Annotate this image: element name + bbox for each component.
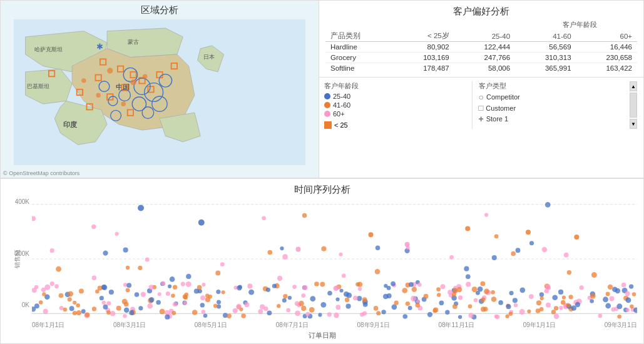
scatter-dot xyxy=(138,266,142,270)
scatter-dot xyxy=(266,288,270,292)
scatter-dot xyxy=(408,306,412,310)
scatter-dot xyxy=(363,302,368,307)
ts-x-axis xyxy=(32,328,637,331)
svg-point-29 xyxy=(143,74,147,79)
scatter-dot xyxy=(391,281,396,286)
scatter-dot xyxy=(192,310,198,315)
scatter-dot xyxy=(305,312,310,316)
age-group-header: 客户年龄段 xyxy=(325,20,637,29)
scatter-dot xyxy=(81,309,86,313)
table-section: 客户年龄段 产品类别 < 25岁 25-40 41-60 60+ Hardlin… xyxy=(319,20,643,73)
scatter-dot xyxy=(458,315,462,319)
scatter-dot xyxy=(464,266,469,271)
scatter-dot xyxy=(310,296,315,301)
scatter-dot xyxy=(302,285,307,290)
scatter-dot xyxy=(452,304,457,309)
table-row: Grocery 103,169 247,766 310,313 230,658 xyxy=(325,53,637,63)
scatter-dot xyxy=(552,295,558,300)
scatter-dot xyxy=(173,285,177,290)
scatter-dot xyxy=(358,287,362,291)
ts-title: 时间序列分析 xyxy=(7,184,637,196)
y-axis-label: 销售额 xyxy=(13,250,22,268)
scatter-dot xyxy=(484,289,489,295)
scatter-dot xyxy=(603,296,608,302)
scatter-dot xyxy=(445,310,449,315)
scatter-dot xyxy=(69,306,74,311)
svg-point-31 xyxy=(96,93,100,97)
scatter-dot xyxy=(216,290,220,294)
scatter-dot xyxy=(171,311,176,315)
scatter-dot xyxy=(126,288,130,293)
scatter-dot xyxy=(540,296,544,300)
scatter-dot xyxy=(186,281,192,287)
scatter-dot xyxy=(625,291,630,296)
scatter-dot xyxy=(626,308,630,311)
scatter-dot xyxy=(247,283,252,288)
r2540-cell: 247,766 xyxy=(454,53,515,63)
scatter-dot-outlier xyxy=(574,235,579,240)
scatter-dot xyxy=(339,253,342,256)
legend-item-2540: 25-40 xyxy=(324,93,472,100)
legend-item-competitor: ○ Competitor xyxy=(479,93,626,101)
scatter-dot xyxy=(433,307,438,312)
col-category: 产品类别 xyxy=(325,31,393,42)
customer-type-list: ○ Competitor □ Customer + Store 1 xyxy=(479,93,626,124)
scatter-dot xyxy=(494,235,499,239)
table-row: Softline 178,487 58,006 365,991 163,422 xyxy=(325,63,637,74)
scroll-buttons: ▲ ▼ xyxy=(630,81,637,129)
scatter-dot xyxy=(292,285,297,289)
lt25-cell: 80,902 xyxy=(393,42,454,53)
r2540-cell: 122,444 xyxy=(454,42,515,53)
scatter-dot xyxy=(268,250,272,255)
scatter-dot xyxy=(335,305,340,310)
scatter-dot xyxy=(283,294,287,298)
scatter-dot xyxy=(542,247,548,253)
scatter-dot xyxy=(227,313,232,318)
scatter-dot xyxy=(171,293,175,298)
r60p-cell: 163,422 xyxy=(576,63,637,74)
scatter-dot xyxy=(484,213,488,216)
scatter-dot xyxy=(605,303,611,309)
scatter-dot xyxy=(562,296,566,300)
scatter-dot xyxy=(409,282,414,287)
map-label-mongolia: 蒙古 xyxy=(128,39,139,45)
scatter-dot xyxy=(102,301,106,305)
preference-panel: 客户偏好分析 客户年龄段 产品类别 < 25岁 25-40 41-60 60+ xyxy=(319,0,644,178)
map-label-pakistan: 巴基斯坦 xyxy=(27,83,49,89)
scatter-dot xyxy=(68,297,72,301)
age-legend-section: 客户年龄段 25-40 41-60 60+ < 25 xyxy=(324,81,472,129)
scatter-dot xyxy=(591,272,597,278)
scatter-dot xyxy=(110,311,115,316)
scatter-dot xyxy=(145,257,150,261)
customer-type-legend: 客户类型 ○ Competitor □ Customer + Store 1 xyxy=(472,81,639,129)
scatter-dot xyxy=(334,286,339,291)
customer-icon: □ xyxy=(479,104,484,112)
ts-chart-area: 400K 200K 0K 销售额 xyxy=(7,198,637,320)
scatter-dot xyxy=(295,310,300,316)
scatter-dot xyxy=(474,298,478,302)
scatter-dot xyxy=(519,288,525,293)
scatter-dot xyxy=(217,300,221,304)
scatter-dot xyxy=(100,296,104,300)
scatter-dot xyxy=(327,312,332,316)
scatter-dot xyxy=(559,306,563,310)
scatter-dot-outlier xyxy=(138,205,144,211)
scatter-dot xyxy=(551,310,556,314)
scatter-dot xyxy=(205,293,209,297)
scatter-dot xyxy=(546,303,551,308)
scatter-dot xyxy=(345,298,349,302)
scatter-dot xyxy=(43,309,48,314)
scroll-down-button[interactable]: ▼ xyxy=(630,119,637,129)
map-panel: 区域分析 哈萨克斯坦 xyxy=(0,0,319,178)
scroll-up-button[interactable]: ▲ xyxy=(630,81,637,91)
scatter-dot xyxy=(286,308,290,313)
scatter-dot xyxy=(630,305,633,308)
scatter-dot xyxy=(106,310,111,315)
scatter-dot xyxy=(376,246,381,251)
scatter-dot xyxy=(138,306,143,310)
scatter-dot xyxy=(334,313,339,318)
scatter-dot xyxy=(342,274,346,278)
scatter-dot xyxy=(244,302,249,307)
scatter-dot xyxy=(447,290,452,295)
r2540-cell: 58,006 xyxy=(454,63,515,74)
